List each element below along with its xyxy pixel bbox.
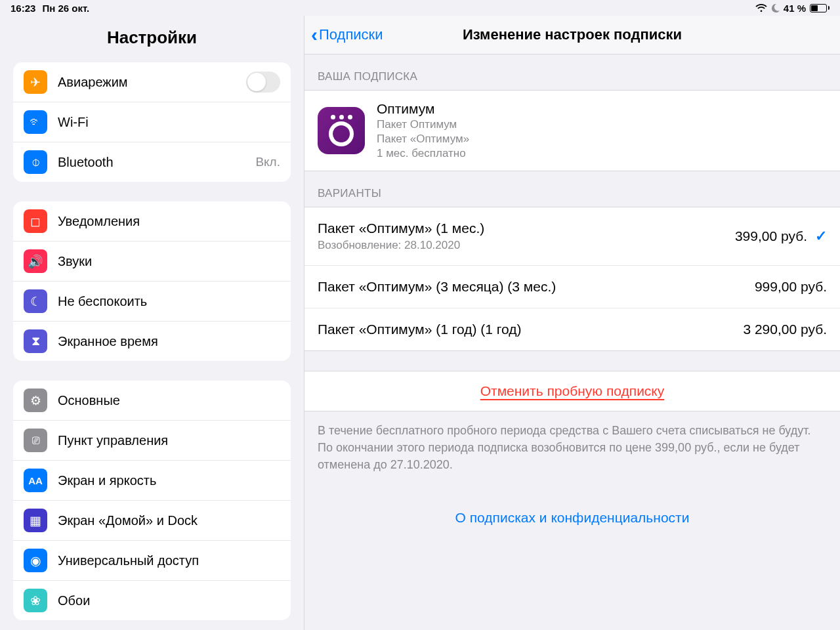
switches-icon: ⎚ — [24, 429, 47, 452]
subscription-option[interactable]: Пакет «Оптимум» (1 год) (1 год)3 290,00 … — [304, 308, 840, 350]
sidebar-item-label: Экран и яркость — [58, 473, 280, 488]
sidebar-item-airplane[interactable]: ✈Авиарежим — [13, 62, 291, 102]
back-button[interactable]: ‹ Подписки — [311, 25, 383, 45]
detail-pane: ‹ Подписки Изменение настроек подписки В… — [304, 16, 840, 630]
bell-icon: ◻ — [24, 209, 47, 233]
sidebar-item-label: Основные — [58, 393, 280, 408]
wifi-icon: ᯤ — [24, 110, 47, 134]
option-price: 3 290,00 руб. — [743, 322, 827, 337]
sidebar-item-label: Bluetooth — [58, 155, 255, 170]
sidebar-item-label: Не беспокоить — [58, 294, 280, 309]
sidebar-item-label: Wi-Fi — [58, 115, 280, 130]
airplane-switch[interactable] — [246, 72, 280, 93]
app-icon — [318, 107, 365, 154]
status-bar: 16:23 Пн 26 окт. 41 % — [0, 0, 840, 16]
app-name: Оптимум — [377, 101, 469, 117]
option-title: Пакет «Оптимум» (3 месяца) (3 мес.) — [318, 279, 556, 295]
app-line3: 1 мес. бесплатно — [377, 147, 469, 160]
sidebar-item-grid[interactable]: ▦Экран «Домой» и Dock — [13, 501, 291, 541]
options-header: ВАРИАНТЫ — [304, 171, 840, 207]
option-price: 399,00 руб. — [735, 228, 807, 244]
bluetooth-icon: ⌽ — [24, 150, 47, 174]
battery-icon — [810, 4, 830, 12]
sidebar-item-bluetooth[interactable]: ⌽BluetoothВкл. — [13, 142, 291, 182]
sidebar-item-switches[interactable]: ⎚Пункт управления — [13, 421, 291, 461]
sidebar-item-hourglass[interactable]: ⧗Экранное время — [13, 322, 291, 361]
dnd-moon-icon — [771, 4, 780, 12]
flower-icon: ❀ — [24, 589, 47, 612]
subscription-option[interactable]: Пакет «Оптимум» (1 мес.)Возобновление: 2… — [304, 207, 840, 266]
sidebar-item-wifi[interactable]: ᯤWi-Fi — [13, 102, 291, 142]
moon-icon: ☾ — [24, 289, 47, 313]
privacy-link[interactable]: О подписках и конфиденциальности — [304, 492, 840, 544]
back-label: Подписки — [319, 26, 383, 43]
status-time: 16:23 — [10, 3, 35, 14]
sidebar-item-flower[interactable]: ❀Обои — [13, 581, 291, 620]
subscription-app-row[interactable]: Оптимум Пакет Оптимум Пакет «Оптимум» 1 … — [304, 91, 840, 171]
person-icon: ◉ — [24, 549, 47, 572]
sidebar-item-label: Универсальный доступ — [58, 553, 280, 568]
sidebar-title: Настройки — [0, 16, 304, 62]
speaker-icon: 🔊 — [24, 249, 47, 273]
sidebar-item-speaker[interactable]: 🔊Звуки — [13, 242, 291, 282]
subscription-card: Оптимум Пакет Оптимум Пакет «Оптимум» 1 … — [304, 90, 840, 171]
options-card: Пакет «Оптимум» (1 мес.)Возобновление: 2… — [304, 207, 840, 351]
sidebar-item-label: Звуки — [58, 254, 280, 269]
sidebar-item-label: Пункт управления — [58, 433, 280, 448]
cancel-subscription-button[interactable]: Отменить пробную подписку — [304, 371, 840, 411]
battery-percent: 41 % — [784, 3, 806, 14]
subscription-option[interactable]: Пакет «Оптимум» (3 месяца) (3 мес.)999,0… — [304, 266, 840, 308]
settings-group: ✈АвиарежимᯤWi-Fi⌽BluetoothВкл. — [13, 62, 291, 182]
sidebar-item-label: Авиарежим — [58, 75, 246, 90]
option-subtitle: Возобновление: 28.10.2020 — [318, 239, 484, 252]
sidebar-item-moon[interactable]: ☾Не беспокоить — [13, 282, 291, 322]
status-date: Пн 26 окт. — [42, 3, 89, 14]
cancel-card: Отменить пробную подписку — [304, 371, 840, 411]
settings-sidebar: Настройки ✈АвиарежимᯤWi-Fi⌽BluetoothВкл.… — [0, 16, 304, 630]
nav-bar: ‹ Подписки Изменение настроек подписки — [304, 16, 840, 54]
app-line2: Пакет «Оптимум» — [377, 133, 469, 146]
your-subscription-header: ВАША ПОДПИСКА — [304, 54, 840, 90]
sidebar-item-label: Экран «Домой» и Dock — [58, 513, 280, 528]
option-title: Пакет «Оптимум» (1 мес.) — [318, 220, 484, 236]
sidebar-item-label: Обои — [58, 593, 280, 608]
sidebar-item-person[interactable]: ◉Универсальный доступ — [13, 541, 291, 581]
sidebar-item-label: Уведомления — [58, 214, 280, 229]
aa-icon: AA — [24, 469, 47, 492]
sidebar-item-bell[interactable]: ◻Уведомления — [13, 201, 291, 242]
sidebar-item-aa[interactable]: AAЭкран и яркость — [13, 461, 291, 501]
app-line1: Пакет Оптимум — [377, 118, 469, 131]
sidebar-item-label: Экранное время — [58, 334, 280, 349]
checkmark-icon: ✓ — [815, 228, 827, 245]
hourglass-icon: ⧗ — [24, 329, 47, 353]
page-title: Изменение настроек подписки — [304, 26, 840, 43]
sidebar-item-gear[interactable]: ⚙Основные — [13, 381, 291, 421]
option-price: 999,00 руб. — [755, 279, 827, 295]
footer-text: В течение бесплатного пробного периода с… — [304, 411, 840, 492]
gear-icon: ⚙ — [24, 388, 47, 412]
option-title: Пакет «Оптимум» (1 год) (1 год) — [318, 322, 521, 337]
sidebar-item-value: Вкл. — [255, 155, 280, 169]
airplane-icon: ✈ — [24, 70, 47, 94]
chevron-left-icon: ‹ — [311, 25, 318, 45]
grid-icon: ▦ — [24, 509, 47, 532]
settings-group: ◻Уведомления🔊Звуки☾Не беспокоить⧗Экранно… — [13, 201, 291, 361]
settings-group: ⚙Основные⎚Пункт управленияAAЭкран и ярко… — [13, 381, 291, 620]
wifi-icon — [755, 4, 767, 12]
